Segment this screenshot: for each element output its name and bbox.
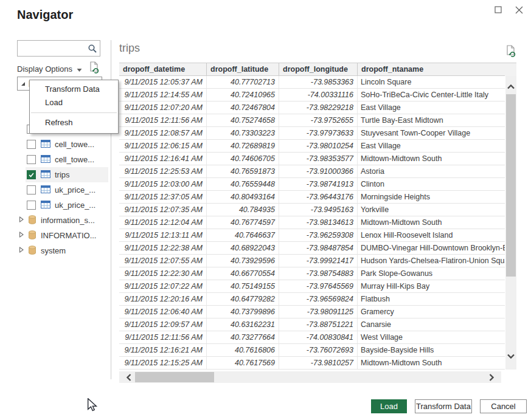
column-header-dropoff-latitude[interactable]: dropoff_latitude <box>207 63 279 75</box>
sidebar-item-label: uk_price_... <box>55 185 95 195</box>
cancel-button[interactable]: Cancel <box>480 399 527 413</box>
preview-cell: 9/11/2015 12:14:55 AM <box>119 89 207 101</box>
preview-cell: 9/11/2015 12:07:55 AM <box>119 255 207 267</box>
search-input[interactable] <box>21 42 86 55</box>
refresh-preview-icon[interactable] <box>505 45 516 60</box>
preview-cell: 40.64779282 <box>207 293 279 305</box>
preview-cell: 9/11/2015 12:03:00 AM <box>119 178 207 190</box>
search-icon[interactable] <box>86 43 99 55</box>
preview-cell: -73.98741913 <box>279 178 358 190</box>
collapsed-triangle-icon[interactable] <box>18 246 24 255</box>
preview-cell: Canarsie <box>358 318 505 331</box>
collapsed-triangle-icon[interactable] <box>18 231 24 240</box>
preview-cell: 40.80493164 <box>207 191 279 203</box>
window-controls <box>493 5 524 15</box>
preview-cell: Stuyvesant Town-Cooper Village <box>358 127 505 139</box>
checkbox-checked[interactable] <box>27 170 36 179</box>
preview-cell: DUMBO-Vinegar Hill-Downtown Brooklyn-Boe… <box>358 242 505 254</box>
preview-cell: Flatbush <box>358 293 505 305</box>
preview-cell: -73.91000366 <box>279 165 358 177</box>
sidebar-item-uk-price[interactable]: uk_price_... <box>17 182 108 198</box>
horizontal-scrollbar[interactable] <box>119 371 501 383</box>
preview-cell: 9/11/2015 12:25:53 AM <box>119 165 207 177</box>
checkbox-unchecked[interactable] <box>27 201 36 210</box>
checkbox-unchecked[interactable] <box>27 185 36 195</box>
preview-cell: East Village <box>358 102 505 114</box>
preview-cell: 40.63162231 <box>207 318 279 331</box>
preview-cell: -73.88751221 <box>279 318 358 331</box>
preview-cell: -73.9810257 <box>279 357 358 369</box>
preview-cell: 40.66770554 <box>207 267 279 280</box>
preview-cell: Yorkville <box>358 204 505 216</box>
preview-cell: 40.7616806 <box>207 344 279 356</box>
table-row: 9/11/2015 12:37:05 AM40.80493164-73.9644… <box>119 191 505 204</box>
preview-cell: 40.7617569 <box>207 357 279 369</box>
preview-cell: Midtown-Midtown South <box>358 153 505 165</box>
table-icon <box>41 155 50 165</box>
checkbox-unchecked[interactable] <box>27 140 36 149</box>
table-row: 9/11/2015 12:15:25 AM40.7617569-73.98102… <box>119 357 505 370</box>
page-title: Navigator <box>17 8 73 22</box>
preview-cell: 40.76591873 <box>207 165 279 177</box>
column-header-dropoff-ntaname[interactable]: dropoff_ntaname <box>358 63 516 75</box>
table-row: 9/11/2015 12:14:55 AM40.72410965-74.0033… <box>119 89 505 102</box>
table-row: 9/11/2015 12:05:37 AM40.77702713-73.9853… <box>119 76 505 89</box>
preview-cell: 40.76774597 <box>207 216 279 229</box>
menu-item-refresh[interactable]: Refresh <box>30 116 118 129</box>
sidebar-item-system[interactable]: system <box>17 243 108 258</box>
table-row: 9/11/2015 12:16:21 AM40.7616806-73.76072… <box>119 344 505 357</box>
table-row: 9/11/2015 12:12:04 AM40.76774597-73.9813… <box>119 216 505 229</box>
sidebar-item-information-s[interactable]: information_s... <box>17 213 108 228</box>
table-row: 9/11/2015 12:09:57 AM40.63162231-73.8875… <box>119 318 505 331</box>
vertical-scroll-thumb[interactable] <box>506 94 516 277</box>
refresh-schema-icon[interactable] <box>89 61 100 77</box>
preview-cell: Clinton <box>358 178 505 190</box>
preview-cell: Midtown-Midtown South <box>358 216 505 229</box>
preview-cell: Park Slope-Gowanus <box>358 267 505 280</box>
table-icon <box>41 140 50 150</box>
preview-cell: 40.7646637 <box>207 229 279 241</box>
load-button[interactable]: Load <box>371 399 407 413</box>
sidebar-item-cell-towe[interactable]: cell_towe... <box>17 137 108 152</box>
preview-cell: 9/11/2015 12:13:11 AM <box>119 229 207 241</box>
menu-item-transform-data[interactable]: Transform Data <box>30 83 118 96</box>
preview-cell: Midtown-Midtown South <box>358 357 505 369</box>
preview-cell: -74.00830841 <box>279 331 358 343</box>
chevron-down-icon[interactable] <box>77 64 82 75</box>
preview-cell: -73.97645569 <box>279 280 358 292</box>
sidebar-item-trips[interactable]: trips <box>26 167 108 182</box>
vertical-scrollbar[interactable] <box>505 76 516 370</box>
scroll-down-icon[interactable] <box>507 351 515 362</box>
scroll-left-icon[interactable] <box>126 373 132 384</box>
sidebar-item-uk-price[interactable]: uk_price_... <box>17 198 108 213</box>
table-row: 9/11/2015 12:08:57 AM40.73303223-73.9797… <box>119 127 505 140</box>
display-options-button[interactable]: Display Options <box>17 64 72 74</box>
table-row: 9/11/2015 12:06:15 AM40.72689819-73.9801… <box>119 140 505 153</box>
sidebar-item-cell-towe[interactable]: cell_towe... <box>17 152 108 167</box>
collapsed-triangle-icon[interactable] <box>18 216 24 225</box>
mouse-cursor-icon <box>87 398 98 414</box>
maximize-icon[interactable] <box>493 5 503 15</box>
table-row: 9/11/2015 12:07:55 AM40.73929596-73.9992… <box>119 255 505 267</box>
scroll-up-icon[interactable] <box>507 81 515 92</box>
preview-cell: 40.72689819 <box>207 140 279 152</box>
preview-table-header: dropoff_datetimedropoff_latitudedropoff_… <box>119 63 516 76</box>
preview-cell: Lenox Hill-Roosevelt Island <box>358 229 505 241</box>
preview-cell: -73.97973633 <box>279 127 358 139</box>
checkbox-unchecked[interactable] <box>27 155 36 164</box>
transform-data-button[interactable]: Transform Data <box>415 399 472 413</box>
close-icon[interactable] <box>514 5 524 15</box>
column-header-dropoff-longitude[interactable]: dropoff_longitude <box>279 63 358 75</box>
preview-cell: Lincoln Square <box>358 76 505 88</box>
menu-item-load[interactable]: Load <box>30 96 118 109</box>
horizontal-scroll-thumb[interactable] <box>135 372 214 382</box>
sidebar-item-informatio[interactable]: INFORMATIO... <box>17 228 108 243</box>
expanded-triangle-icon <box>20 81 26 87</box>
preview-cell: -73.96569824 <box>279 293 358 305</box>
menu-separator <box>31 112 117 113</box>
preview-cell: 40.75149155 <box>207 280 279 292</box>
column-header-dropoff-datetime[interactable]: dropoff_datetime <box>119 63 207 75</box>
scroll-right-icon[interactable] <box>488 373 495 384</box>
table-row: 9/11/2015 12:13:11 AM40.7646637-73.96259… <box>119 229 505 242</box>
preview-cell: -73.98353577 <box>279 153 358 165</box>
